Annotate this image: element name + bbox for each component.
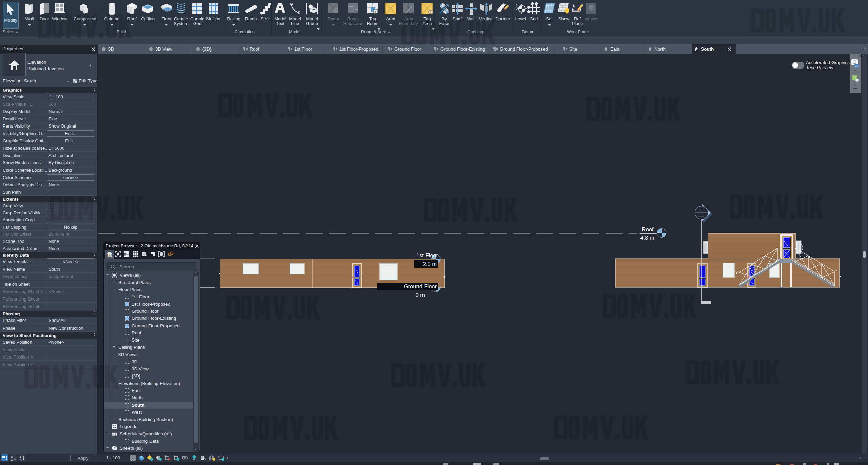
- svg-text:1: 1: [375, 10, 376, 14]
- svg-text:Ground Floor: Ground Floor: [404, 283, 437, 289]
- svg-text:Z: Z: [20, 455, 21, 458]
- svg-text:1: 1: [430, 11, 432, 14]
- svg-text:4.8 m: 4.8 m: [640, 235, 654, 241]
- svg-text:1: 1: [699, 208, 701, 212]
- svg-text:2.5 m: 2.5 m: [423, 261, 437, 267]
- svg-text:Z: Z: [11, 458, 13, 461]
- svg-text:A: A: [20, 458, 22, 461]
- svg-text:0 m: 0 m: [415, 292, 425, 298]
- svg-text:A: A: [11, 455, 13, 458]
- svg-text:1st Floor: 1st Floor: [416, 252, 438, 258]
- svg-text:1: 1: [516, 4, 518, 8]
- svg-text:Roof: Roof: [642, 226, 654, 232]
